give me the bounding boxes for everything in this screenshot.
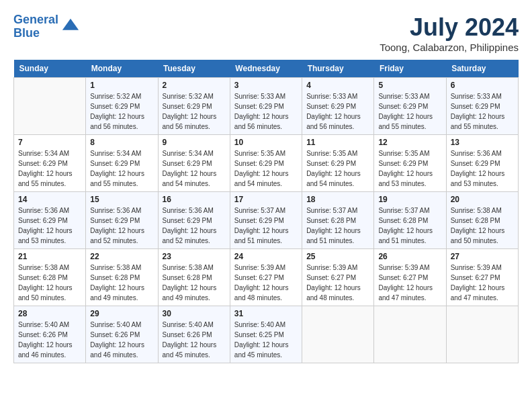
calendar-cell: 5Sunrise: 5:33 AM Sunset: 6:29 PM Daylig… [374,78,446,135]
day-detail: Sunrise: 5:35 AM Sunset: 6:29 PM Dayligh… [234,148,298,189]
day-detail: Sunrise: 5:34 AM Sunset: 6:29 PM Dayligh… [90,148,153,189]
day-detail: Sunrise: 5:40 AM Sunset: 6:26 PM Dayligh… [18,320,81,360]
day-detail: Sunrise: 5:34 AM Sunset: 6:29 PM Dayligh… [163,148,226,189]
day-number: 29 [90,309,153,318]
day-number: 27 [451,252,514,261]
day-number: 13 [451,138,514,147]
title-area: July 2024 Toong, Calabarzon, Philippines [380,13,519,53]
day-number: 15 [90,195,153,204]
day-detail: Sunrise: 5:35 AM Sunset: 6:29 PM Dayligh… [306,148,369,189]
weekday-header-row: SundayMondayTuesdayWednesdayThursdayFrid… [14,60,519,78]
calendar-cell: 1Sunrise: 5:32 AM Sunset: 6:29 PM Daylig… [86,78,158,135]
logo-text: GeneralBlue [13,13,58,40]
day-number: 11 [306,138,369,147]
day-number: 26 [378,252,441,261]
day-number: 4 [306,81,369,90]
calendar-cell: 16Sunrise: 5:36 AM Sunset: 6:29 PM Dayli… [158,192,230,249]
calendar-cell: 11Sunrise: 5:35 AM Sunset: 6:29 PM Dayli… [302,135,374,192]
day-detail: Sunrise: 5:38 AM Sunset: 6:28 PM Dayligh… [451,205,514,246]
calendar-cell: 6Sunrise: 5:33 AM Sunset: 6:29 PM Daylig… [446,78,518,135]
day-detail: Sunrise: 5:33 AM Sunset: 6:29 PM Dayligh… [378,91,441,132]
calendar-cell: 21Sunrise: 5:38 AM Sunset: 6:28 PM Dayli… [14,249,86,306]
calendar-cell: 26Sunrise: 5:39 AM Sunset: 6:27 PM Dayli… [374,249,446,306]
day-detail: Sunrise: 5:33 AM Sunset: 6:29 PM Dayligh… [451,91,514,132]
calendar-cell: 2Sunrise: 5:32 AM Sunset: 6:29 PM Daylig… [158,78,230,135]
day-detail: Sunrise: 5:40 AM Sunset: 6:26 PM Dayligh… [163,320,226,360]
header: GeneralBlue July 2024 Toong, Calabarzon,… [13,13,519,53]
day-detail: Sunrise: 5:38 AM Sunset: 6:28 PM Dayligh… [18,263,81,303]
day-detail: Sunrise: 5:32 AM Sunset: 6:29 PM Dayligh… [90,91,153,132]
location: Toong, Calabarzon, Philippines [380,42,519,53]
day-detail: Sunrise: 5:36 AM Sunset: 6:29 PM Dayligh… [451,148,514,189]
calendar-cell: 19Sunrise: 5:37 AM Sunset: 6:28 PM Dayli… [374,192,446,249]
calendar-cell [302,306,374,363]
weekday-header-cell: Thursday [302,60,374,78]
day-number: 23 [163,252,226,261]
calendar-cell: 4Sunrise: 5:33 AM Sunset: 6:29 PM Daylig… [302,78,374,135]
svg-marker-0 [62,19,79,30]
day-detail: Sunrise: 5:32 AM Sunset: 6:29 PM Dayligh… [163,91,226,132]
day-number: 17 [234,195,298,204]
day-detail: Sunrise: 5:38 AM Sunset: 6:28 PM Dayligh… [90,263,153,303]
calendar-cell: 27Sunrise: 5:39 AM Sunset: 6:27 PM Dayli… [446,249,518,306]
calendar-body: 1Sunrise: 5:32 AM Sunset: 6:29 PM Daylig… [14,78,519,363]
calendar-cell: 24Sunrise: 5:39 AM Sunset: 6:27 PM Dayli… [230,249,302,306]
day-detail: Sunrise: 5:36 AM Sunset: 6:29 PM Dayligh… [163,205,226,246]
calendar-week-row: 1Sunrise: 5:32 AM Sunset: 6:29 PM Daylig… [14,78,519,135]
calendar-cell: 15Sunrise: 5:36 AM Sunset: 6:29 PM Dayli… [86,192,158,249]
calendar-cell [446,306,518,363]
day-number: 12 [378,138,441,147]
calendar-cell: 12Sunrise: 5:35 AM Sunset: 6:29 PM Dayli… [374,135,446,192]
calendar-week-row: 14Sunrise: 5:36 AM Sunset: 6:29 PM Dayli… [14,192,519,249]
day-number: 20 [451,195,514,204]
calendar-cell: 13Sunrise: 5:36 AM Sunset: 6:29 PM Dayli… [446,135,518,192]
day-detail: Sunrise: 5:35 AM Sunset: 6:29 PM Dayligh… [378,148,441,189]
month-title: July 2024 [380,13,519,42]
weekday-header-cell: Monday [86,60,158,78]
calendar-cell: 14Sunrise: 5:36 AM Sunset: 6:29 PM Dayli… [14,192,86,249]
day-detail: Sunrise: 5:33 AM Sunset: 6:29 PM Dayligh… [234,91,298,132]
calendar-cell: 10Sunrise: 5:35 AM Sunset: 6:29 PM Dayli… [230,135,302,192]
day-detail: Sunrise: 5:33 AM Sunset: 6:29 PM Dayligh… [306,91,369,132]
day-detail: Sunrise: 5:38 AM Sunset: 6:28 PM Dayligh… [163,263,226,303]
calendar-cell: 20Sunrise: 5:38 AM Sunset: 6:28 PM Dayli… [446,192,518,249]
calendar-week-row: 28Sunrise: 5:40 AM Sunset: 6:26 PM Dayli… [14,306,519,363]
day-number: 3 [234,81,298,90]
day-detail: Sunrise: 5:37 AM Sunset: 6:28 PM Dayligh… [306,205,369,246]
day-number: 14 [18,195,81,204]
day-detail: Sunrise: 5:36 AM Sunset: 6:29 PM Dayligh… [90,205,153,246]
weekday-header-cell: Friday [374,60,446,78]
day-detail: Sunrise: 5:37 AM Sunset: 6:29 PM Dayligh… [234,205,298,246]
day-number: 18 [306,195,369,204]
calendar-cell: 17Sunrise: 5:37 AM Sunset: 6:29 PM Dayli… [230,192,302,249]
weekday-header-cell: Tuesday [158,60,230,78]
calendar-cell: 31Sunrise: 5:40 AM Sunset: 6:25 PM Dayli… [230,306,302,363]
calendar-cell: 23Sunrise: 5:38 AM Sunset: 6:28 PM Dayli… [158,249,230,306]
weekday-header-cell: Saturday [446,60,518,78]
day-detail: Sunrise: 5:39 AM Sunset: 6:27 PM Dayligh… [451,263,514,303]
calendar-cell: 3Sunrise: 5:33 AM Sunset: 6:29 PM Daylig… [230,78,302,135]
day-number: 6 [451,81,514,90]
day-number: 19 [378,195,441,204]
day-detail: Sunrise: 5:37 AM Sunset: 6:28 PM Dayligh… [378,205,441,246]
calendar-week-row: 21Sunrise: 5:38 AM Sunset: 6:28 PM Dayli… [14,249,519,306]
day-number: 9 [163,138,226,147]
calendar-cell: 28Sunrise: 5:40 AM Sunset: 6:26 PM Dayli… [14,306,86,363]
logo-icon [61,17,80,36]
day-number: 1 [90,81,153,90]
calendar-cell: 7Sunrise: 5:34 AM Sunset: 6:29 PM Daylig… [14,135,86,192]
calendar-cell: 30Sunrise: 5:40 AM Sunset: 6:26 PM Dayli… [158,306,230,363]
day-number: 30 [163,309,226,318]
day-detail: Sunrise: 5:40 AM Sunset: 6:25 PM Dayligh… [234,320,298,360]
weekday-header-cell: Sunday [14,60,86,78]
day-number: 16 [163,195,226,204]
calendar-cell: 29Sunrise: 5:40 AM Sunset: 6:26 PM Dayli… [86,306,158,363]
calendar-cell: 25Sunrise: 5:39 AM Sunset: 6:27 PM Dayli… [302,249,374,306]
logo: GeneralBlue [13,13,80,40]
calendar-cell: 8Sunrise: 5:34 AM Sunset: 6:29 PM Daylig… [86,135,158,192]
day-number: 31 [234,309,298,318]
weekday-header-cell: Wednesday [230,60,302,78]
calendar-cell: 18Sunrise: 5:37 AM Sunset: 6:28 PM Dayli… [302,192,374,249]
calendar-cell [14,78,86,135]
day-detail: Sunrise: 5:39 AM Sunset: 6:27 PM Dayligh… [234,263,298,303]
